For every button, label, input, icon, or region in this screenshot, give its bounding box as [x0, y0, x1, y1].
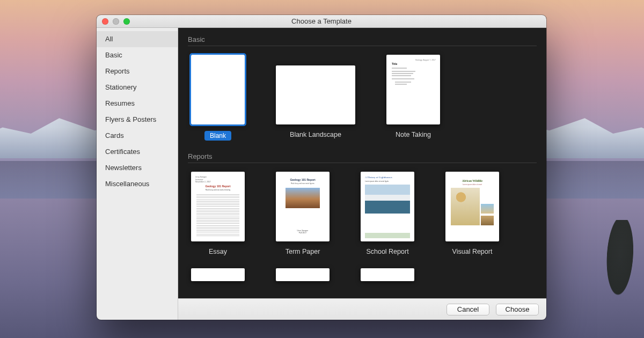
dialog-footer: Cancel Choose: [178, 298, 546, 320]
sidebar-item-basic[interactable]: Basic: [97, 47, 178, 63]
template-term-paper[interactable]: Geology 101 Report Rock busy and now wai…: [276, 172, 330, 255]
note-taking-title: Title: [392, 62, 397, 65]
template-row2-3[interactable]: [361, 268, 414, 281]
template-thumb-partial[interactable]: [276, 268, 330, 281]
template-essay[interactable]: Urna SemperInstructorNovember 2, 2017 Ge…: [191, 172, 245, 255]
titlebar[interactable]: Choose a Template: [97, 15, 546, 28]
template-label-blank-landscape: Blank Landscape: [290, 131, 341, 138]
school-report-preview-title: A History of Lighthouses: [365, 176, 392, 179]
sidebar-item-cards[interactable]: Cards: [97, 128, 178, 144]
visual-report-preview-title: African Wildlife: [445, 179, 499, 182]
wallpaper-tree: [597, 220, 641, 338]
template-thumb-school-report[interactable]: A History of Lighthouses Lorem ipsum dol…: [361, 172, 414, 241]
visual-report-preview-subtitle: Lorem ipsum dolor sit amet: [445, 183, 499, 186]
template-grid-basic: Blank Blank Landscape Geology: August 7,…: [191, 55, 537, 141]
choose-button[interactable]: Choose: [496, 304, 539, 315]
school-report-preview-footer: [365, 233, 410, 238]
template-thumb-blank[interactable]: [191, 55, 245, 124]
sidebar-item-newsletters[interactable]: Newsletters: [97, 160, 178, 176]
visual-report-preview-image: [451, 188, 480, 225]
template-main: Basic Blank Blank Landscape: [178, 28, 546, 320]
template-thumb-essay[interactable]: Urna SemperInstructorNovember 2, 2017 Ge…: [191, 172, 245, 241]
section-header-reports: Reports: [188, 152, 537, 160]
visual-report-preview-image-small-2: [481, 216, 494, 225]
template-grid-reports-row2: [191, 268, 537, 281]
note-taking-header: Geology: August 7, 2017: [415, 59, 436, 61]
template-label-essay: Essay: [209, 248, 227, 255]
template-note-taking[interactable]: Geology: August 7, 2017 Title Note T: [386, 55, 440, 141]
school-report-preview-subtitle: Lorem ipsum dolor sit amet ligula: [365, 180, 389, 182]
section-divider: [188, 163, 537, 163]
section-divider: [188, 46, 537, 46]
template-thumb-visual-report[interactable]: African Wildlife Lorem ipsum dolor sit a…: [445, 172, 499, 241]
template-thumb-partial[interactable]: [191, 268, 245, 281]
sidebar-item-resumes[interactable]: Resumes: [97, 95, 178, 112]
desktop-wallpaper: Choose a Template All Basic Reports Stat…: [0, 0, 644, 338]
school-report-preview-image: [365, 185, 410, 214]
template-label-school-report: School Report: [366, 248, 408, 255]
sidebar-item-flyers[interactable]: Flyers & Posters: [97, 112, 178, 128]
template-label-note-taking: Note Taking: [396, 131, 431, 138]
template-thumb-blank-landscape[interactable]: [276, 65, 355, 124]
window-title: Choose a Template: [97, 17, 546, 25]
term-paper-preview-title: Geology 101 Report: [276, 178, 330, 181]
sidebar-item-certificates[interactable]: Certificates: [97, 144, 178, 160]
template-blank[interactable]: Blank: [191, 55, 245, 141]
template-row2-2[interactable]: [276, 268, 330, 281]
template-visual-report[interactable]: African Wildlife Lorem ipsum dolor sit a…: [445, 172, 499, 255]
visual-report-preview-image-small-1: [481, 204, 494, 214]
template-label-visual-report: Visual Report: [452, 248, 493, 255]
template-scroll-area[interactable]: Basic Blank Blank Landscape: [178, 28, 546, 298]
section-header-basic: Basic: [188, 35, 537, 43]
template-blank-landscape[interactable]: Blank Landscape: [276, 55, 355, 141]
window-body: All Basic Reports Stationery Resumes Fly…: [97, 28, 546, 320]
sidebar-item-all[interactable]: All: [97, 31, 178, 47]
sidebar-item-reports[interactable]: Reports: [97, 63, 178, 79]
sidebar-item-miscellaneous[interactable]: Miscellaneous: [97, 176, 178, 192]
template-school-report[interactable]: A History of Lighthouses Lorem ipsum dol…: [361, 172, 414, 255]
template-thumb-partial[interactable]: [361, 268, 414, 281]
sidebar-item-stationery[interactable]: Stationery: [97, 79, 178, 95]
template-label-term-paper: Term Paper: [286, 248, 320, 255]
template-row2-1[interactable]: [191, 268, 245, 281]
template-thumb-term-paper[interactable]: Geology 101 Report Rock busy and now wai…: [276, 172, 330, 241]
term-paper-preview-image: [286, 188, 320, 208]
template-label-blank: Blank: [204, 131, 231, 141]
template-chooser-window: Choose a Template All Basic Reports Stat…: [97, 15, 546, 320]
category-sidebar: All Basic Reports Stationery Resumes Fly…: [97, 28, 178, 320]
term-paper-preview-subtitle: Rock busy and now waits figures: [276, 182, 330, 185]
cancel-button[interactable]: Cancel: [447, 304, 489, 315]
template-grid-reports: Urna SemperInstructorNovember 2, 2017 Ge…: [191, 172, 537, 255]
template-thumb-note-taking[interactable]: Geology: August 7, 2017 Title: [386, 55, 440, 124]
essay-preview-title: Geology 101 Report: [191, 185, 245, 188]
